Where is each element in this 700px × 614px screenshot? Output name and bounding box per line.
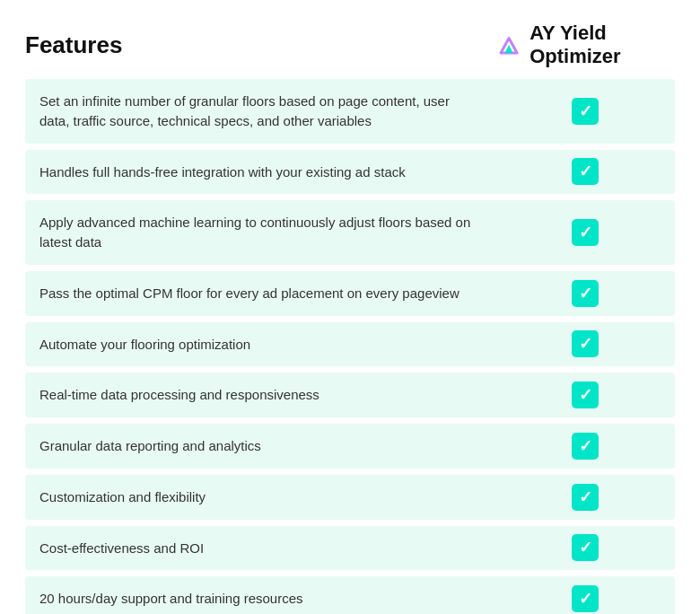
feature-check-cell: ✓ xyxy=(495,373,675,417)
check-box: ✓ xyxy=(572,219,599,246)
product-name-label: AY Yield Optimizer xyxy=(529,22,675,68)
table-row: Customization and flexibility✓ xyxy=(25,475,675,520)
feature-text: Customization and flexibility xyxy=(25,475,495,520)
feature-text: Real-time data processing and responsive… xyxy=(25,373,495,417)
feature-check-cell: ✓ xyxy=(495,200,675,265)
table-row: Pass the optimal CPM floor for every ad … xyxy=(25,271,675,316)
check-mark-icon: ✓ xyxy=(579,103,592,119)
table-row: Handles full hands-free integration with… xyxy=(25,150,675,195)
feature-check-cell: ✓ xyxy=(495,79,675,144)
feature-text: 20 hours/day support and training resour… xyxy=(25,576,495,614)
check-mark-icon: ✓ xyxy=(579,163,592,180)
table-row: Apply advanced machine learning to conti… xyxy=(25,200,675,265)
check-box: ✓ xyxy=(572,158,599,185)
feature-check-cell: ✓ xyxy=(495,526,675,571)
table-row: 20 hours/day support and training resour… xyxy=(25,576,675,614)
check-box: ✓ xyxy=(572,534,599,561)
feature-text: Apply advanced machine learning to conti… xyxy=(25,200,495,265)
table-row: Cost-effectiveness and ROI✓ xyxy=(25,526,675,571)
check-box: ✓ xyxy=(572,433,599,460)
feature-text: Set an infinite number of granular floor… xyxy=(25,79,495,144)
ay-logo-icon xyxy=(495,29,522,61)
product-heading: AY Yield Optimizer xyxy=(495,22,675,68)
feature-check-cell: ✓ xyxy=(495,475,675,520)
table-row: Real-time data processing and responsive… xyxy=(25,373,675,417)
feature-text: Cost-effectiveness and ROI xyxy=(25,526,495,571)
feature-text: Automate your flooring optimization xyxy=(25,322,495,367)
table-row: Automate your flooring optimization✓ xyxy=(25,322,675,367)
check-box: ✓ xyxy=(572,585,599,612)
table-row: Granular data reporting and analytics✓ xyxy=(25,424,675,469)
feature-check-cell: ✓ xyxy=(495,322,675,367)
feature-text: Pass the optimal CPM floor for every ad … xyxy=(25,271,495,316)
check-mark-icon: ✓ xyxy=(579,438,592,454)
check-box: ✓ xyxy=(572,280,599,307)
check-mark-icon: ✓ xyxy=(579,591,592,607)
check-box: ✓ xyxy=(572,98,599,125)
features-heading: Features xyxy=(25,31,495,59)
check-mark-icon: ✓ xyxy=(579,285,592,302)
check-box: ✓ xyxy=(572,330,599,357)
comparison-table: Features AY Yield Optimizer Set an infin… xyxy=(25,22,675,614)
check-box: ✓ xyxy=(572,484,599,511)
feature-check-cell: ✓ xyxy=(495,271,675,316)
feature-check-cell: ✓ xyxy=(495,576,675,614)
feature-check-cell: ✓ xyxy=(495,424,675,469)
check-mark-icon: ✓ xyxy=(579,539,592,556)
check-mark-icon: ✓ xyxy=(579,489,592,505)
check-mark-icon: ✓ xyxy=(579,387,592,403)
check-mark-icon: ✓ xyxy=(579,224,592,241)
check-mark-icon: ✓ xyxy=(579,336,592,352)
table-header: Features AY Yield Optimizer xyxy=(25,22,675,68)
feature-check-cell: ✓ xyxy=(495,150,675,195)
check-box: ✓ xyxy=(572,382,599,408)
feature-rows: Set an infinite number of granular floor… xyxy=(25,79,675,614)
table-row: Set an infinite number of granular floor… xyxy=(25,79,675,144)
feature-text: Granular data reporting and analytics xyxy=(25,424,495,469)
feature-text: Handles full hands-free integration with… xyxy=(25,150,495,195)
